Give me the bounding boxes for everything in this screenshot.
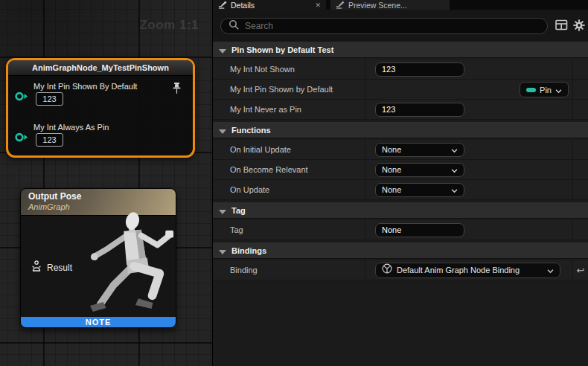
- anim-graph-test-node[interactable]: AnimGraphNode_MyTestPinShown My Int Pin …: [6, 58, 195, 158]
- int-value-input[interactable]: [375, 103, 464, 117]
- property-label: My Int Not Shown: [213, 60, 365, 79]
- search-icon: [229, 19, 240, 33]
- search-input[interactable]: [245, 21, 540, 31]
- node-title: Output Pose: [28, 191, 168, 202]
- output-pose-node[interactable]: Output Pose AnimGraph: [20, 188, 176, 328]
- node-pin-row: My Int Always As Pin 123: [8, 123, 193, 160]
- int-pin-icon[interactable]: [15, 132, 28, 145]
- property-row: Tag: [213, 220, 588, 240]
- reset-column: [573, 180, 588, 199]
- graph-editor-canvas[interactable]: Zoom 1:1 AnimGraphNode_MyTestPinShown My…: [0, 0, 212, 366]
- result-pin[interactable]: Result: [31, 260, 72, 274]
- pin-pill-icon: [526, 88, 536, 92]
- pin-label: My Int Pin Shown By Default: [33, 82, 137, 91]
- property-row: Binding Default Anim Graph Node Binding …: [213, 260, 588, 280]
- chevron-down-icon: [451, 143, 458, 156]
- section-header-tag[interactable]: Tag: [213, 202, 588, 219]
- running-mannequin-image: [89, 212, 175, 319]
- tag-input[interactable]: [375, 223, 464, 237]
- property-row: My Int Never as Pin: [213, 100, 588, 120]
- search-toolbar: [213, 10, 588, 42]
- property-label: On Initial Update: [213, 140, 365, 159]
- function-dropdown[interactable]: None: [375, 183, 464, 197]
- property-label: On Become Relevant: [213, 160, 365, 179]
- reset-column: [573, 60, 588, 79]
- property-row: On Initial Update None: [213, 140, 588, 160]
- property-label: My Int Never as Pin: [213, 100, 365, 119]
- chevron-down-icon: [451, 163, 458, 176]
- pushpin-icon[interactable]: [171, 82, 182, 97]
- property-row: My Int Not Shown: [213, 60, 588, 80]
- node-subtitle: AnimGraph: [28, 202, 168, 211]
- binding-circle-icon: [382, 263, 392, 277]
- section-header-pin-test[interactable]: Pin Shown by Default Test: [213, 42, 588, 58]
- result-pin-label: Result: [47, 263, 72, 273]
- reset-column: [573, 160, 588, 179]
- note-bar[interactable]: NOTE: [21, 317, 176, 327]
- function-dropdown[interactable]: None: [375, 163, 464, 177]
- chevron-expanded-icon: [219, 123, 226, 137]
- chevron-expanded-icon: [219, 204, 226, 217]
- int-pin-icon[interactable]: [15, 91, 28, 104]
- section-header-functions[interactable]: Functions: [213, 122, 588, 138]
- node-title[interactable]: AnimGraphNode_MyTestPinShown: [8, 60, 193, 76]
- zoom-level-label: Zoom 1:1: [139, 18, 199, 33]
- settings-gear-icon[interactable]: [573, 19, 585, 34]
- reset-to-default-icon[interactable]: ↩: [573, 260, 588, 280]
- binding-dropdown[interactable]: Default Anim Graph Node Binding: [375, 263, 560, 278]
- details-pencil-icon: [336, 0, 345, 10]
- properties-list: Pin Shown by Default Test My Int Not Sho…: [213, 42, 588, 280]
- tab-label: Details: [231, 1, 255, 10]
- tab-label: Preview Scene...: [348, 1, 407, 10]
- details-pencil-icon: [218, 0, 227, 10]
- property-label: My Int Pin Shown by Default: [213, 80, 365, 99]
- pin-value-field[interactable]: 123: [36, 92, 63, 106]
- section-header-bindings[interactable]: Bindings: [213, 243, 588, 259]
- property-label: Binding: [213, 260, 365, 280]
- tab-preview-scene[interactable]: Preview Scene...: [330, 0, 450, 10]
- property-label: Tag: [213, 220, 365, 240]
- property-label: On Update: [213, 180, 365, 199]
- reset-column: [573, 80, 588, 99]
- tab-details[interactable]: Details ✕: [213, 0, 326, 10]
- node-pin-row: My Int Pin Shown By Default 123: [8, 82, 193, 119]
- anim-blueprint-editor: Zoom 1:1 AnimGraphNode_MyTestPinShown My…: [0, 0, 588, 366]
- pin-value-field[interactable]: 123: [36, 133, 63, 147]
- property-row: My Int Pin Shown by Default Pin: [213, 80, 588, 100]
- pin-mode-dropdown[interactable]: Pin: [520, 82, 569, 97]
- chevron-down-icon: [451, 183, 458, 196]
- close-icon[interactable]: ✕: [315, 1, 321, 9]
- reset-column: [573, 100, 588, 119]
- panel-tab-bar: Details ✕ Preview Scene...: [213, 0, 588, 10]
- pin-label: My Int Always As Pin: [33, 123, 109, 132]
- details-panel: Details ✕ Preview Scene...: [212, 0, 588, 366]
- chevron-expanded-icon: [219, 244, 226, 257]
- chevron-down-icon: [555, 83, 562, 97]
- chevron-down-icon: [547, 263, 554, 277]
- display-filter-table-icon[interactable]: [555, 19, 568, 33]
- chevron-expanded-icon: [219, 43, 226, 57]
- reset-column: [573, 140, 588, 159]
- property-row: On Become Relevant None: [213, 160, 588, 180]
- person-pose-icon: [31, 260, 42, 274]
- int-value-input[interactable]: [375, 62, 464, 77]
- property-row: On Update None: [213, 180, 588, 200]
- search-box[interactable]: [220, 18, 548, 34]
- reset-column: [573, 220, 588, 240]
- function-dropdown[interactable]: None: [375, 143, 464, 157]
